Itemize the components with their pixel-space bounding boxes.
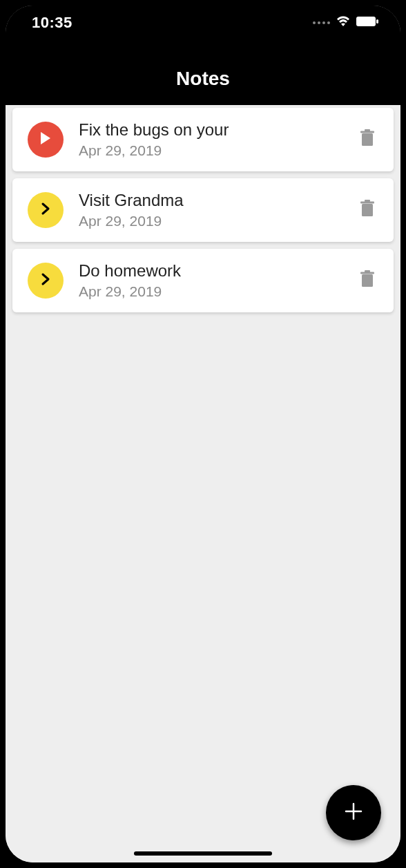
chevron-right-icon: [41, 272, 50, 289]
note-item[interactable]: Fix the bugs on your Apr 29, 2019: [12, 108, 394, 171]
play-icon: [39, 131, 52, 148]
add-note-button[interactable]: [326, 785, 381, 840]
note-type-badge[interactable]: [28, 192, 64, 228]
note-title: Fix the bugs on your: [79, 120, 341, 140]
note-title: Visit Grandma: [79, 191, 341, 210]
svg-rect-2: [362, 133, 373, 146]
status-right: [313, 15, 380, 30]
svg-rect-5: [362, 204, 373, 216]
svg-rect-4: [365, 129, 370, 131]
svg-rect-7: [365, 200, 370, 202]
note-item[interactable]: Visit Grandma Apr 29, 2019: [12, 178, 394, 242]
chevron-right-icon: [41, 202, 50, 218]
note-text-block: Visit Grandma Apr 29, 2019: [79, 191, 341, 229]
page-title: Notes: [176, 68, 230, 90]
delete-button[interactable]: [356, 199, 378, 221]
note-item[interactable]: Do homework Apr 29, 2019: [12, 249, 394, 312]
note-date: Apr 29, 2019: [79, 213, 341, 229]
svg-rect-10: [365, 270, 370, 272]
signal-dots-icon: [313, 21, 330, 24]
battery-icon: [356, 16, 380, 30]
note-date: Apr 29, 2019: [79, 283, 341, 300]
plus-icon: [343, 801, 364, 824]
svg-rect-8: [362, 274, 373, 287]
notch: [99, 6, 307, 32]
delete-button[interactable]: [356, 270, 378, 292]
trash-icon: [360, 129, 375, 150]
trash-icon: [360, 270, 375, 291]
status-time: 10:35: [32, 14, 72, 32]
note-date: Apr 29, 2019: [79, 142, 341, 159]
delete-button[interactable]: [356, 129, 378, 151]
notes-list: Fix the bugs on your Apr 29, 2019 Visit …: [6, 105, 400, 862]
wifi-icon: [336, 15, 351, 30]
note-type-badge[interactable]: [28, 263, 64, 299]
note-type-badge[interactable]: [28, 122, 64, 158]
note-text-block: Fix the bugs on your Apr 29, 2019: [79, 120, 341, 159]
note-title: Do homework: [79, 261, 341, 281]
svg-rect-1: [376, 19, 378, 23]
svg-rect-0: [356, 17, 376, 26]
trash-icon: [360, 200, 375, 220]
note-text-block: Do homework Apr 29, 2019: [79, 261, 341, 300]
home-indicator[interactable]: [134, 851, 272, 856]
device-frame: 10:35 Notes Fix the bugs on your: [6, 6, 400, 862]
